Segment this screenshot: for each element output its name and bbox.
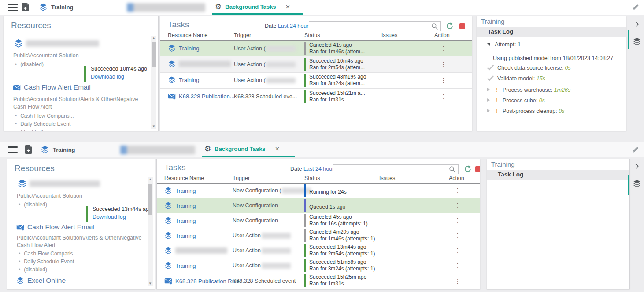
- refresh-icon[interactable]: [446, 22, 454, 30]
- resource-name[interactable]: Training: [175, 187, 196, 194]
- resource-name[interactable]: Training: [179, 45, 199, 52]
- redacted-text: [266, 46, 296, 52]
- task-row[interactable]: User Action Succeeded 13m44s agoRan for …: [157, 243, 480, 258]
- task-row[interactable]: User Action ( Succeeded 10m4s agoRan for…: [160, 56, 472, 73]
- close-tab-icon[interactable]: ×: [286, 3, 290, 11]
- layers-icon: [164, 262, 172, 270]
- row-actions-kebab[interactable]: ⋮: [440, 45, 447, 52]
- task-row[interactable]: Training User Action Succeeded 51m58s ag…: [157, 258, 480, 273]
- layers-icon: [168, 60, 176, 68]
- check-icon: [487, 75, 494, 81]
- row-actions-kebab[interactable]: ⋮: [455, 217, 461, 224]
- status-line-1: Canceled 41s ago: [309, 42, 365, 49]
- close-tab-icon[interactable]: ×: [275, 145, 280, 153]
- panel-collapse-chevron[interactable]: [634, 163, 640, 169]
- date-range-selector[interactable]: Last 24 hours: [278, 23, 311, 29]
- scroll-down-icon[interactable]: ▼: [148, 281, 153, 286]
- redacted-resource-name[interactable]: [26, 40, 99, 47]
- scrollbar-thumb[interactable]: [148, 184, 152, 215]
- row-actions-kebab[interactable]: ⋮: [440, 77, 447, 83]
- layers-icon: [164, 202, 172, 210]
- tree-expand-icon[interactable]: [487, 88, 490, 91]
- date-label: Date: [290, 166, 302, 172]
- task-row[interactable]: K68.328 Publication... K68.328 Scheduled…: [160, 88, 472, 105]
- tree-collapse-icon[interactable]: [487, 43, 490, 46]
- task-row[interactable]: K68.328 Publication Rule K68.328 Schedul…: [157, 273, 480, 288]
- check-icon: [487, 64, 494, 71]
- resource-note: (disabled): [15, 61, 44, 67]
- download-log-link[interactable]: Download log: [91, 74, 147, 80]
- resource-name[interactable]: K68.328 Publication...: [179, 93, 234, 100]
- panel-collapse-chevron[interactable]: [634, 21, 640, 27]
- resource-path: Public\Accountant Solution\Alerts & Othe…: [13, 96, 145, 111]
- task-log-header: Task Log: [487, 170, 629, 180]
- menu-icon[interactable]: [8, 146, 18, 153]
- tab-redacted[interactable]: [127, 3, 205, 12]
- search-icon[interactable]: [449, 166, 456, 173]
- task-row[interactable]: Training User Action Canceled 4m20s agoR…: [157, 228, 480, 243]
- row-actions-kebab[interactable]: ⋮: [440, 94, 447, 100]
- row-actions-kebab[interactable]: ⋮: [440, 61, 447, 67]
- tree-expand-icon[interactable]: [487, 109, 490, 112]
- resources-panel: Resources Public\Accountant Solution (di…: [4, 16, 159, 131]
- trigger-text: K68.328 Scheduled eve...: [234, 94, 297, 100]
- resource-name[interactable]: Training: [175, 232, 196, 239]
- row-actions-kebab[interactable]: ⋮: [455, 202, 461, 209]
- warning-icon: !: [496, 108, 497, 114]
- scroll-up-icon[interactable]: ▲: [151, 36, 156, 41]
- refresh-icon[interactable]: [464, 165, 472, 173]
- edit-pencil-icon[interactable]: [631, 145, 640, 154]
- resource-name[interactable]: Training: [175, 202, 196, 209]
- resource-item-excel[interactable]: Excel Online: [16, 277, 66, 285]
- layers-rail-icon[interactable]: [633, 179, 641, 188]
- task-row[interactable]: Training User Action ( Canceled 41s agoR…: [160, 41, 472, 57]
- resource-name[interactable]: K68.328 Publication Rule: [175, 278, 240, 285]
- new-file-icon[interactable]: [24, 145, 33, 154]
- new-file-icon[interactable]: [21, 3, 30, 11]
- resource-item-excel-label: Excel Online: [27, 277, 66, 285]
- layers-icon: [168, 76, 176, 84]
- scroll-up-icon[interactable]: ▲: [148, 177, 153, 182]
- resource-path: Public\Accountant Solution: [17, 193, 82, 199]
- layers-rail-icon[interactable]: [633, 37, 641, 46]
- scroll-down-icon[interactable]: ▼: [151, 124, 156, 129]
- task-row[interactable]: Training New Configuration Canceled 45s …: [157, 213, 480, 228]
- tree-expand-icon[interactable]: [487, 98, 490, 102]
- row-actions-kebab[interactable]: ⋮: [455, 187, 461, 194]
- task-row[interactable]: Training New Configuration Queued 1s ago…: [157, 198, 480, 213]
- stop-button[interactable]: [459, 23, 465, 29]
- date-range-selector[interactable]: Last 24 hours: [303, 166, 337, 172]
- row-actions-kebab[interactable]: ⋮: [455, 232, 461, 239]
- task-row[interactable]: Training User Action ( Succeeded 48m19s …: [160, 72, 472, 89]
- task-log-header: Task Log: [477, 27, 626, 37]
- gear-icon: ⚙: [215, 3, 222, 11]
- resource-name[interactable]: Training: [179, 77, 199, 83]
- tab-background-tasks[interactable]: ⚙ Background Tasks ×: [212, 0, 303, 15]
- search-icon[interactable]: [431, 23, 438, 30]
- resource-item-email[interactable]: Cash Flow Alert Email: [13, 83, 91, 91]
- row-actions-kebab[interactable]: ⋮: [455, 247, 461, 254]
- menu-icon[interactable]: [8, 4, 18, 11]
- resource-name[interactable]: Training: [175, 262, 196, 269]
- redacted-resource-name[interactable]: [30, 180, 100, 187]
- stop-button[interactable]: [475, 166, 480, 172]
- layers-icon: [164, 232, 172, 240]
- resource-name[interactable]: Training: [175, 217, 196, 224]
- scrollbar-thumb[interactable]: [152, 42, 156, 67]
- tab-redacted[interactable]: [120, 146, 195, 154]
- row-actions-kebab[interactable]: ⋮: [455, 278, 461, 284]
- status-color-bar: [304, 90, 306, 103]
- row-actions-kebab[interactable]: ⋮: [455, 262, 461, 269]
- tab-background-tasks[interactable]: ⚙ Background Tasks ×: [202, 142, 295, 157]
- search-input[interactable]: [309, 21, 441, 31]
- task-row[interactable]: Training New Configuration ( Running for…: [157, 183, 480, 198]
- resources-scrollbar[interactable]: ▲ ▼: [151, 36, 156, 129]
- edit-pencil-icon[interactable]: [631, 3, 640, 11]
- search-input[interactable]: [333, 164, 459, 174]
- download-log-link[interactable]: Download log: [93, 214, 152, 220]
- tab-training[interactable]: Training: [41, 145, 75, 154]
- tab-training[interactable]: Training: [39, 3, 74, 11]
- resources-scrollbar[interactable]: ▲ ▼: [148, 177, 153, 286]
- resource-item-email[interactable]: Cash Flow Alert Email: [16, 223, 94, 231]
- status-color-bar: [304, 244, 306, 257]
